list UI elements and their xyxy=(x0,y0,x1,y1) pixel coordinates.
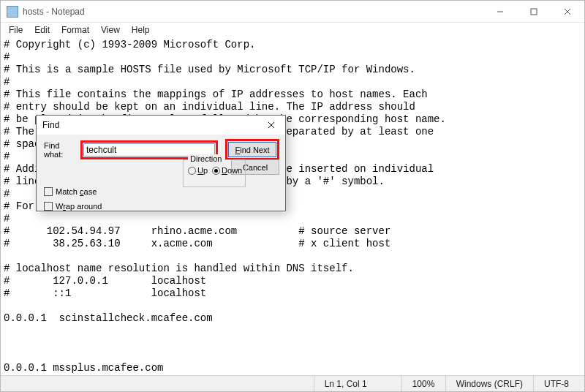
status-encoding: UTF-8 xyxy=(533,376,584,391)
titlebar: hosts - Notepad xyxy=(1,1,584,23)
status-position: Ln 1, Col 1 xyxy=(314,376,401,391)
find-dialog-titlebar: Find xyxy=(37,116,285,135)
wrap-around-checkbox[interactable]: Wrap around xyxy=(44,202,102,211)
window-title: hosts - Notepad xyxy=(23,7,85,17)
menu-format[interactable]: Format xyxy=(56,23,94,37)
menu-help[interactable]: Help xyxy=(127,23,155,37)
menu-edit[interactable]: Edit xyxy=(29,23,55,37)
menubar: File Edit Format View Help xyxy=(1,23,584,37)
svg-rect-1 xyxy=(531,9,537,15)
find-next-highlight: Find Next xyxy=(225,139,279,160)
match-case-checkbox[interactable]: Match case xyxy=(44,187,102,196)
find-dialog-title: Find xyxy=(42,120,59,130)
direction-group: Direction Up Down xyxy=(183,159,246,187)
status-zoom: 100% xyxy=(401,376,445,391)
direction-label: Direction xyxy=(188,154,224,163)
maximize-button[interactable] xyxy=(517,1,551,23)
menu-view[interactable]: View xyxy=(96,23,125,37)
direction-up-radio[interactable]: Up xyxy=(188,166,208,175)
close-button[interactable] xyxy=(551,1,584,23)
notepad-icon xyxy=(7,6,18,18)
direction-down-radio[interactable]: Down xyxy=(212,166,242,175)
statusbar: Ln 1, Col 1 100% Windows (CRLF) UTF-8 xyxy=(1,375,584,391)
minimize-button[interactable] xyxy=(483,1,517,23)
find-what-label: Find what: xyxy=(44,141,76,159)
menu-file[interactable]: File xyxy=(4,23,28,37)
find-dialog: Find Find what: Find Next Cancel Directi… xyxy=(36,115,286,211)
find-close-button[interactable] xyxy=(262,117,281,133)
find-next-button[interactable]: Find Next xyxy=(228,142,276,157)
status-line-ending: Windows (CRLF) xyxy=(445,376,533,391)
